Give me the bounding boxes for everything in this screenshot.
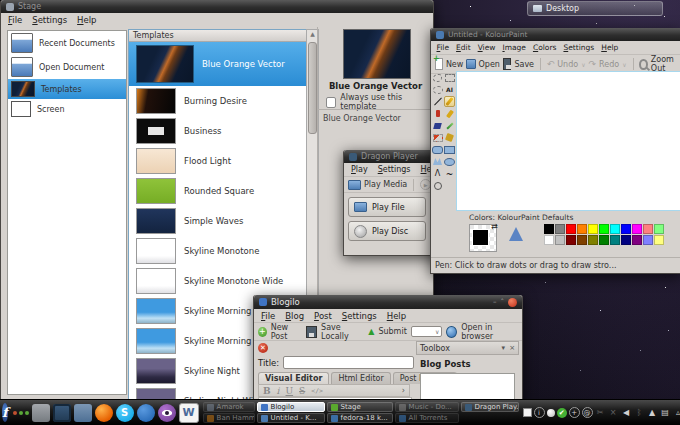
template-item-skyline-monotone-wide[interactable]: Skyline Monotone Wide [129, 266, 307, 296]
palette-color-80ff80[interactable] [654, 224, 664, 234]
zoom-tool[interactable] [432, 180, 443, 191]
italic-icon[interactable]: i [277, 386, 280, 396]
rounded-rectangle-tool[interactable] [432, 144, 443, 155]
menu-help[interactable]: Help [72, 15, 101, 25]
ellipse-tool[interactable] [444, 156, 455, 167]
palette-color-00ff00[interactable] [599, 224, 609, 234]
clipboard-icon[interactable]: + [569, 407, 580, 418]
palette-color-ffffff[interactable] [544, 235, 554, 245]
open-in-browser-button[interactable]: Open in browser [461, 323, 518, 341]
task-dragon-play[interactable]: Dragon Play... [461, 402, 519, 412]
play-file-button[interactable]: Play File [348, 197, 426, 217]
template-item-skyline-monotone[interactable]: Skyline Monotone [129, 236, 307, 266]
template-item-blue-orange-vector[interactable]: Blue Orange Vector [129, 42, 307, 86]
info-icon[interactable]: i [534, 407, 545, 418]
new-post-button[interactable]: New Post [271, 323, 303, 341]
task-stage[interactable]: Stage [327, 402, 393, 412]
task-untitled-k[interactable]: Untitled - K... [257, 413, 325, 423]
close-button[interactable] [508, 298, 517, 307]
palette-color-ff0000[interactable] [566, 224, 576, 234]
palette-color-c0c0c0[interactable] [555, 235, 565, 245]
palette-color-804000[interactable] [577, 235, 587, 245]
hide-panel-icon[interactable]: ▵ [673, 407, 680, 418]
palette-color-008080[interactable] [610, 235, 620, 245]
tab-visual-editor[interactable]: Visual Editor [258, 372, 329, 384]
eraser-tool[interactable] [432, 120, 443, 131]
wifi-icon[interactable]: ▲ [647, 407, 658, 418]
menu-file[interactable]: File [3, 15, 27, 25]
always-use-template-checkbox[interactable] [326, 97, 336, 108]
alarm-icon[interactable]: × [608, 407, 619, 418]
messages-icon[interactable]: @ [582, 407, 593, 418]
palette-color-00ffff[interactable] [610, 224, 620, 234]
apps-launcher[interactable] [32, 404, 50, 422]
underline-icon[interactable]: U [286, 386, 294, 396]
color-similarity-icon[interactable] [509, 227, 523, 241]
polygon-tool[interactable] [432, 156, 443, 167]
palette-color-ff8080[interactable] [643, 224, 653, 234]
menu-help[interactable]: Help [382, 311, 411, 321]
menu-settings[interactable]: Settings [373, 165, 416, 174]
menu-settings[interactable]: Settings [337, 311, 382, 321]
skype-launcher[interactable]: S [116, 404, 134, 422]
thunderbird-launcher[interactable] [137, 404, 155, 422]
eye-launcher[interactable] [158, 404, 176, 422]
klipper-icon[interactable]: ✂ [595, 407, 606, 418]
widget-icon[interactable] [523, 408, 532, 417]
palette-color-8080ff[interactable] [643, 235, 653, 245]
template-item-business[interactable]: Business [129, 116, 307, 146]
menu-settings[interactable]: Settings [27, 15, 72, 25]
curve-tool[interactable]: ~ [444, 168, 455, 179]
palette-color-ff8000[interactable] [577, 224, 587, 234]
activity-pager[interactable] [13, 411, 29, 415]
toolbox-collapse-icon[interactable]: ▾ [502, 344, 506, 352]
foreground-background-swatch[interactable]: ⇄ [469, 224, 497, 252]
connected-lines-tool[interactable]: Λ [432, 168, 443, 179]
menu-file[interactable]: File [256, 311, 280, 321]
elliptical-selection-tool[interactable] [432, 84, 443, 95]
task-fedora-18-k[interactable]: fedora-18 k... [327, 413, 393, 423]
palette-color-008000[interactable] [599, 235, 609, 245]
volume-icon[interactable]: ◀ [621, 407, 632, 418]
template-item-simple-waves[interactable]: Simple Waves [129, 206, 307, 236]
text-tool[interactable]: AI [444, 84, 455, 95]
device-notifier-icon[interactable] [547, 409, 555, 417]
sidebar-item-templates[interactable]: Templates [8, 79, 126, 99]
spray-can-tool[interactable] [432, 108, 443, 119]
blogilo-titlebar[interactable]: Blogilo – ˄ [254, 295, 522, 309]
menu-blog[interactable]: Blog [280, 311, 309, 321]
palette-color-000080[interactable] [621, 235, 631, 245]
palette-color-000000[interactable] [544, 224, 554, 234]
palette-color-0000ff[interactable] [621, 224, 631, 234]
rectangle-tool[interactable] [444, 144, 455, 155]
pen-tool[interactable] [444, 96, 455, 107]
kolourpaint-titlebar[interactable]: Untitled - KolourPaint [431, 28, 680, 41]
template-item-burning-desire[interactable]: Burning Desire [129, 86, 307, 116]
palette-color-ffff80[interactable] [654, 235, 664, 245]
color-picker-tool[interactable] [444, 120, 455, 131]
menu-image[interactable]: Image [499, 43, 530, 52]
toolbar-overflow-icon[interactable]: › [402, 386, 405, 395]
task-music-do[interactable]: Music - Do... [395, 402, 459, 412]
paint-canvas[interactable] [456, 71, 680, 211]
bold-icon[interactable]: B [263, 386, 271, 396]
blog-select-dropdown[interactable]: ∨ [411, 326, 443, 337]
desktop-folder-widget[interactable]: Desktop [527, 1, 663, 16]
palette-color-808000[interactable] [588, 235, 598, 245]
play-media-button[interactable]: Play Media [364, 180, 407, 189]
save-button[interactable]: Save [514, 60, 534, 69]
save-locally-button[interactable]: Save Locally [321, 323, 364, 341]
palette-color-808080[interactable] [555, 224, 565, 234]
task-all-torrents[interactable]: All Torrents [395, 413, 459, 423]
bluetooth-icon[interactable]: ᛒ [634, 407, 645, 418]
fedora-menu-icon[interactable]: f [2, 403, 8, 422]
rectangular-selection-tool[interactable] [444, 72, 455, 83]
monitor-launcher[interactable] [53, 404, 71, 422]
flood-fill-tool[interactable] [444, 132, 455, 143]
menu-edit[interactable]: Edit [453, 43, 475, 52]
sidebar-item-recent-documents[interactable]: Recent Documents [8, 31, 126, 55]
free-form-selection-tool[interactable] [432, 72, 443, 83]
palette-color-800080[interactable] [632, 235, 642, 245]
updates-icon[interactable]: ✔ [557, 408, 567, 418]
play-disc-button[interactable]: Play Disc [348, 221, 426, 241]
